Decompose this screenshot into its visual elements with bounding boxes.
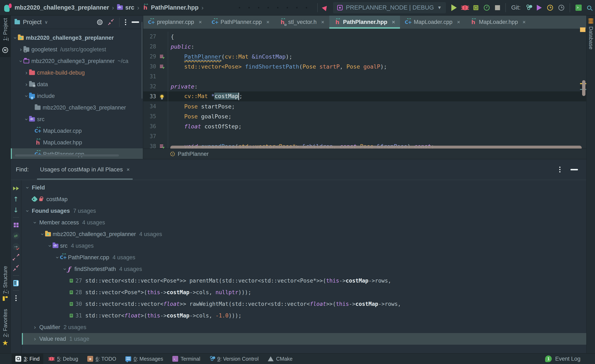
git-branch-icon[interactable] xyxy=(526,5,531,11)
usage-row[interactable]: ›mbz2020_challenge3_preplanner4 usages xyxy=(22,228,586,240)
code-line[interactable]: 34 Pose startPose; xyxy=(143,101,586,111)
close-icon[interactable]: × xyxy=(523,19,525,25)
chevron-expanded-icon[interactable]: › xyxy=(23,117,30,122)
search-everywhere-icon[interactable] xyxy=(587,6,591,10)
next-occurrence-button[interactable]: ↓ xyxy=(11,205,21,216)
tree-row[interactable]: ›cmake-build-debug xyxy=(11,67,143,78)
chevron-collapsed-icon[interactable]: › xyxy=(18,46,23,53)
editor-tab[interactable]: MapLoader.hpp× xyxy=(465,16,531,29)
more-options-icon[interactable] xyxy=(11,293,21,304)
history-icon[interactable] xyxy=(547,5,553,11)
breadcrumb-class-name[interactable]: PathPlanner xyxy=(178,151,209,157)
run-configuration-select[interactable]: PREPLANNER_NODE | DEBUG ▼ xyxy=(333,2,446,13)
usage-row[interactable]: ›ƒfindShortestPath4 usages xyxy=(22,263,586,275)
code-line[interactable]: 33 cv::Mat *costMap; xyxy=(143,91,586,101)
editor-tab[interactable]: PathPlanner.cpp× xyxy=(207,16,274,29)
vertical-scrollbar[interactable] xyxy=(141,22,143,99)
chevron-expanded-icon[interactable]: › xyxy=(62,266,68,272)
editor-tab[interactable]: MapLoader.cpp× xyxy=(400,16,465,29)
editor-tab[interactable]: PathPlanner.hpp× xyxy=(329,16,400,29)
usage-row[interactable]: ›Qualifier2 usages xyxy=(22,322,586,333)
code-editor[interactable]: 27{28public:29 PathPlanner(cv::Mat &inCo… xyxy=(143,29,586,148)
previous-occurrence-button[interactable]: ↑ xyxy=(11,194,21,205)
chevron-expanded-icon[interactable]: › xyxy=(23,93,30,99)
event-log-button[interactable]: 1 Event Log xyxy=(545,356,595,362)
tree-row[interactable]: ›mbz2020_challenge3_preplanner~/ca xyxy=(11,55,143,67)
usage-row[interactable]: ›Found usages7 usages xyxy=(22,205,586,217)
tree-row[interactable]: MapLoader.hpp xyxy=(11,137,143,148)
close-icon[interactable]: × xyxy=(199,19,202,25)
editor-vertical-scrollbar[interactable] xyxy=(582,80,585,96)
collapse-all-icon[interactable]: ↙↗ xyxy=(108,19,114,25)
code-line[interactable]: 32private: xyxy=(143,81,586,91)
usage-row[interactable]: 27std::vector<std::vector<Pose*>> parent… xyxy=(22,275,586,287)
hide-panel-icon[interactable] xyxy=(132,21,139,23)
close-icon[interactable]: × xyxy=(127,166,130,173)
collapse-all-button[interactable]: ↙↗ xyxy=(11,263,21,274)
m-circle-icon[interactable]: M xyxy=(2,47,8,53)
profiler-button[interactable] xyxy=(484,5,490,11)
rerun-search-button[interactable] xyxy=(11,183,21,194)
stripe-button-favorites[interactable]: 2: Favorites ★ xyxy=(0,309,10,346)
code-line[interactable]: 29 PathPlanner(cv::Mat &inCostMap); xyxy=(143,51,586,62)
more-options-icon[interactable] xyxy=(125,19,126,25)
stop-button[interactable] xyxy=(495,5,500,10)
chevron-expanded-icon[interactable]: › xyxy=(47,243,53,248)
intention-bulb-icon[interactable] xyxy=(160,95,164,98)
horizontal-scrollbar[interactable] xyxy=(15,154,119,156)
usage-row[interactable]: ›Member access4 usages xyxy=(22,217,586,228)
autoscroll-to-source-button[interactable]: ⇄ xyxy=(11,231,21,241)
code-line[interactable]: 30 std::vector<Pose> findShortestPath(Po… xyxy=(143,62,586,71)
group-by-button[interactable] xyxy=(11,220,21,231)
chevron-collapsed-icon[interactable]: › xyxy=(32,336,38,342)
tool-window-button-debug[interactable]: 5: Debug xyxy=(45,353,82,364)
chevron-collapsed-icon[interactable]: › xyxy=(24,69,29,76)
close-icon[interactable]: × xyxy=(321,19,324,25)
code-line[interactable]: 36 float costOfStep; xyxy=(143,121,586,131)
tree-row[interactable]: MapLoader.cpp xyxy=(11,125,143,137)
expand-all-button[interactable]: ↗↙ xyxy=(11,252,21,263)
code-line[interactable]: 37 xyxy=(143,131,586,141)
code-line[interactable]: 28public: xyxy=(143,42,586,51)
tree-row[interactable]: mbz2020_challenge3_preplanner xyxy=(11,102,143,113)
navigate-with-single-click-button[interactable]: → xyxy=(11,241,21,252)
chevron-expanded-icon[interactable]: › xyxy=(12,35,19,41)
launch-icon[interactable] xyxy=(322,4,329,11)
breadcrumb-item[interactable]: mbz2020_challenge3_preplanner xyxy=(4,3,109,12)
stripe-button-project[interactable]: 1: Project M xyxy=(0,18,10,53)
more-options-icon[interactable] xyxy=(559,167,560,172)
locate-icon[interactable] xyxy=(97,20,102,25)
usage-row[interactable]: ›PathPlanner.cpp4 usages xyxy=(22,252,586,263)
tree-row[interactable]: ›googletest/usr/src/googletest xyxy=(11,44,143,55)
tool-window-button-cmake[interactable]: CMake xyxy=(264,353,296,364)
tree-row[interactable]: ›include xyxy=(11,90,143,102)
breadcrumb-item[interactable]: PathPlanner.hpp xyxy=(142,4,198,11)
debug-button[interactable] xyxy=(462,5,468,10)
find-results-tab[interactable]: Usages of costMap in All Places × xyxy=(37,159,133,180)
code-line[interactable]: 27{ xyxy=(143,32,586,42)
tree-row[interactable]: ›src xyxy=(11,113,143,125)
terminal-icon[interactable]: >_ xyxy=(575,5,582,11)
usage-row[interactable]: ›Value read1 usage xyxy=(22,333,586,345)
project-panel-title[interactable]: Project xyxy=(23,19,42,26)
tool-window-button-vcs[interactable]: 9: Version Control xyxy=(205,353,262,364)
chevron-expanded-icon[interactable]: › xyxy=(32,220,38,225)
breadcrumb-item[interactable]: src xyxy=(117,4,135,11)
tool-window-button-find[interactable]: 3: Find xyxy=(12,353,43,364)
usage-row[interactable]: 28std::vector<Pose*>(this->costMap->cols… xyxy=(22,287,586,298)
usage-row[interactable]: costMap xyxy=(22,193,586,205)
tree-row[interactable]: PathPlanner.cpp xyxy=(11,148,143,159)
close-icon[interactable]: × xyxy=(266,19,269,25)
implemented-gutter-icon[interactable] xyxy=(160,55,164,58)
stripe-button-database[interactable]: Database xyxy=(587,19,595,49)
stripe-button-structure[interactable]: 7: Structure xyxy=(0,266,10,301)
hide-panel-icon[interactable] xyxy=(570,169,578,170)
tool-window-button-terminal[interactable]: ›_Terminal xyxy=(169,353,204,364)
coverage-button[interactable] xyxy=(473,5,478,10)
chevron-collapsed-icon[interactable]: › xyxy=(32,324,38,331)
implemented-gutter-icon[interactable] xyxy=(160,65,164,68)
git-push-icon[interactable] xyxy=(537,5,542,11)
editor-tab[interactable]: stl_vector.h× xyxy=(274,16,329,29)
chevron-expanded-icon[interactable]: › xyxy=(24,185,31,190)
chevron-collapsed-icon[interactable]: › xyxy=(24,81,29,88)
